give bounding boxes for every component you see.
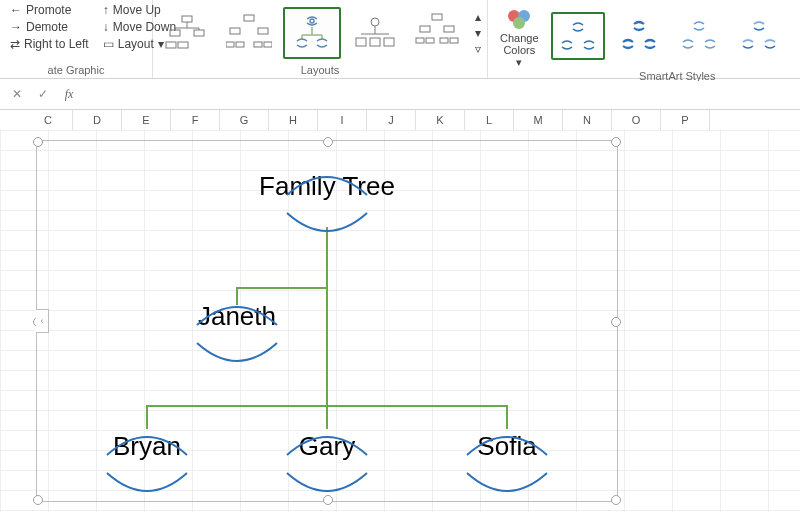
col-header[interactable]: N (563, 110, 612, 130)
col-header[interactable]: G (220, 110, 269, 130)
ribbon-group-layouts: ▴ ▾ ▿ Layouts (153, 0, 488, 78)
smartart-node-child[interactable]: Bryan (87, 431, 207, 462)
style-option-5[interactable] (793, 12, 800, 58)
svg-rect-30 (416, 38, 424, 43)
group-create-label: ate Graphic (6, 64, 146, 78)
svg-rect-33 (450, 38, 458, 43)
arc-top-icon (462, 425, 552, 465)
text-pane-toggle[interactable]: ‹ (36, 309, 49, 333)
fx-button[interactable]: fx (60, 85, 78, 103)
promote-label: Promote (26, 3, 71, 17)
chevron-up-icon: ▴ (475, 10, 481, 24)
arc-top-icon (192, 295, 282, 335)
layout-option-3-selected[interactable] (283, 7, 341, 59)
svg-rect-12 (226, 42, 234, 47)
arrow-down-icon: ↓ (103, 20, 109, 34)
col-header[interactable]: K (416, 110, 465, 130)
col-header[interactable]: C (24, 110, 73, 130)
svg-rect-11 (258, 28, 268, 34)
arc-bottom-icon (462, 463, 552, 503)
svg-rect-4 (178, 42, 188, 48)
x-icon: ✕ (12, 87, 22, 101)
col-header[interactable]: F (171, 110, 220, 130)
svg-rect-32 (440, 38, 448, 43)
column-header-row: C D E F G H I J K L M N O P (0, 110, 800, 131)
svg-rect-27 (432, 14, 442, 20)
demote-label: Demote (26, 20, 68, 34)
right-to-left-button[interactable]: ⇄Right to Left (6, 36, 93, 52)
arc-top-icon (282, 165, 372, 205)
style-option-4[interactable] (733, 12, 785, 58)
arc-bottom-icon (282, 203, 372, 243)
connector (326, 289, 328, 405)
arc-bottom-icon (282, 463, 372, 503)
cancel-formula-button[interactable]: ✕ (8, 85, 26, 103)
layout-option-1[interactable] (159, 7, 215, 57)
svg-point-21 (371, 18, 379, 26)
layout-icon: ▭ (103, 37, 114, 51)
style-option-3[interactable] (673, 12, 725, 58)
svg-point-16 (310, 19, 314, 23)
svg-rect-22 (356, 38, 366, 46)
enter-formula-button[interactable]: ✓ (34, 85, 52, 103)
ribbon-group-smartart-styles: Change Colors ▾ ▴ ▾ ▿ SmartArt Styles (488, 0, 800, 78)
col-header[interactable]: O (612, 110, 661, 130)
rtl-label: Right to Left (24, 37, 89, 51)
more-icon: ▿ (475, 42, 481, 56)
layout-option-5[interactable] (409, 7, 465, 57)
ribbon: ←Promote →Demote ⇄Right to Left ↑Move Up… (0, 0, 800, 79)
resize-handle[interactable] (33, 495, 43, 505)
layouts-scroll-up[interactable]: ▴ (475, 10, 481, 24)
svg-point-36 (513, 17, 525, 29)
col-header[interactable]: I (318, 110, 367, 130)
connector (236, 287, 328, 289)
style-option-1-selected[interactable] (551, 12, 605, 60)
style-option-2[interactable] (613, 12, 665, 58)
svg-rect-1 (170, 30, 180, 36)
smartart-object[interactable]: ‹ Family Tree Janeth Bryan G (36, 140, 618, 502)
col-header[interactable]: L (465, 110, 514, 130)
col-header[interactable]: D (73, 110, 122, 130)
resize-handle[interactable] (33, 137, 43, 147)
smartart-node-child[interactable]: Gary (267, 431, 387, 462)
svg-rect-2 (194, 30, 204, 36)
col-header[interactable]: E (122, 110, 171, 130)
arc-bottom-icon (102, 463, 192, 503)
svg-rect-3 (166, 42, 176, 48)
arrow-left-icon: ← (10, 3, 22, 17)
change-colors-button[interactable]: Change Colors ▾ (494, 2, 545, 70)
swap-icon: ⇄ (10, 37, 20, 51)
smartart-node-root[interactable]: Family Tree (257, 171, 397, 202)
resize-handle[interactable] (611, 317, 621, 327)
layout-option-4[interactable] (347, 7, 403, 57)
change-colors-label: Change Colors (500, 32, 539, 56)
arrow-up-icon: ↑ (103, 3, 109, 17)
formula-input[interactable] (86, 81, 800, 107)
layouts-scroll-down[interactable]: ▾ (475, 26, 481, 40)
resize-handle[interactable] (611, 495, 621, 505)
layouts-gallery-expand[interactable]: ▿ (475, 42, 481, 56)
demote-button[interactable]: →Demote (6, 19, 93, 35)
resize-handle[interactable] (611, 137, 621, 147)
resize-handle[interactable] (323, 137, 333, 147)
col-header[interactable]: P (661, 110, 710, 130)
promote-button[interactable]: ←Promote (6, 2, 93, 18)
col-header[interactable]: J (367, 110, 416, 130)
svg-rect-23 (370, 38, 380, 46)
group-layouts-label: Layouts (159, 64, 481, 78)
formula-bar: ✕ ✓ fx (0, 79, 800, 110)
layout-option-2[interactable] (221, 7, 277, 57)
arc-top-icon (282, 425, 372, 465)
check-icon: ✓ (38, 87, 48, 101)
chevron-down-icon: ▾ (475, 26, 481, 40)
svg-rect-9 (244, 15, 254, 21)
worksheet[interactable]: C D E F G H I J K L M N O P ‹ (0, 110, 800, 512)
col-header[interactable]: H (269, 110, 318, 130)
svg-rect-24 (384, 38, 394, 46)
col-header[interactable]: M (514, 110, 563, 130)
smartart-node-child[interactable]: Sofia (447, 431, 567, 462)
svg-rect-14 (254, 42, 262, 47)
arrow-right-icon: → (10, 20, 22, 34)
svg-rect-28 (420, 26, 430, 32)
smartart-node-level1[interactable]: Janeth (177, 301, 297, 332)
